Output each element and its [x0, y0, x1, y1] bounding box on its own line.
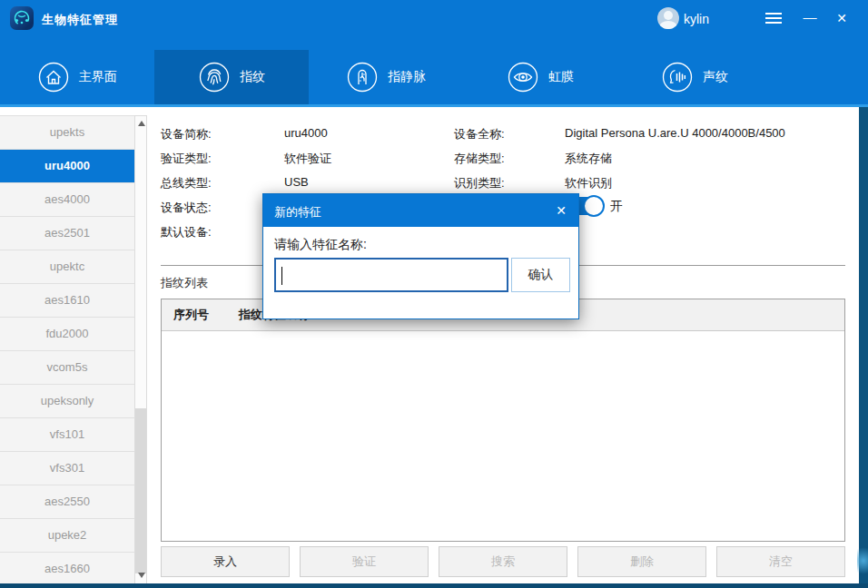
toggle-on-label: 开	[610, 199, 623, 215]
device-item-uru4000[interactable]: uru4000	[0, 150, 134, 183]
device-item-upeksonly[interactable]: upeksonly	[0, 385, 134, 418]
device-item-upektc[interactable]: upektc	[0, 250, 134, 284]
sidebar-scrollbar[interactable]	[134, 115, 147, 588]
device-item-upeke2[interactable]: upeke2	[0, 519, 134, 553]
device-item-upekts[interactable]: upekts	[0, 116, 134, 150]
device-item-aes4000[interactable]: aes4000	[0, 183, 134, 217]
tab-label: 指静脉	[388, 69, 426, 85]
device-status-label: 设备状态:	[161, 200, 212, 216]
device-item-aes1660[interactable]: aes1660	[0, 553, 134, 586]
device-item-aes2501[interactable]: aes2501	[0, 217, 134, 250]
username-label: kylin	[684, 12, 709, 26]
device-item-vfs301[interactable]: vfs301	[0, 452, 134, 485]
user-avatar[interactable]	[657, 7, 679, 29]
tab-fingerprint[interactable]: 指纹	[154, 50, 309, 104]
finger-vein-icon	[346, 61, 379, 93]
app-window: 生物特征管理 kylin — ✕ 主界面	[0, 0, 868, 588]
window-bottom-edge	[0, 583, 868, 588]
device-full-name-label: 设备全称:	[454, 126, 505, 142]
action-bar: 录入 验证 搜索 删除 清空	[161, 546, 845, 577]
device-item-aes1610[interactable]: aes1610	[0, 284, 134, 318]
minimize-button[interactable]: —	[801, 9, 819, 27]
app-title: 生物特征管理	[42, 12, 118, 28]
device-list: upekts uru4000 aes4000 aes2501 upektc ae…	[0, 115, 134, 586]
scroll-up-icon[interactable]	[135, 119, 146, 128]
verify-button[interactable]: 验证	[300, 546, 429, 577]
info-row-3: 总线类型: USB 识别类型: 软件识别	[161, 175, 860, 193]
dialog-close-icon[interactable]: ✕	[553, 202, 569, 219]
column-serial: 序列号	[162, 307, 239, 323]
app-logo-icon	[10, 6, 34, 30]
storage-type-label: 存储类型:	[454, 151, 505, 167]
tab-iris[interactable]: 虹膜	[463, 50, 617, 104]
device-item-vfs101[interactable]: vfs101	[0, 418, 134, 452]
tab-label: 虹膜	[548, 69, 574, 85]
feature-name-prompt: 请输入特征名称:	[274, 237, 367, 253]
storage-type-value: 系统存储	[565, 151, 612, 167]
voiceprint-icon	[661, 61, 694, 93]
info-row-2: 验证类型: 软件验证 存储类型: 系统存储	[161, 151, 860, 169]
device-item-aes2550[interactable]: aes2550	[0, 485, 134, 519]
nav-tabbar: 主界面 指纹	[0, 50, 868, 107]
tab-label: 主界面	[79, 69, 117, 85]
bus-type-label: 总线类型:	[161, 175, 212, 191]
window-close-button[interactable]: ✕	[833, 9, 851, 27]
verify-type-value: 软件验证	[284, 151, 331, 167]
tab-voiceprint[interactable]: 声纹	[617, 50, 772, 104]
default-device-label: 默认设备:	[161, 224, 212, 240]
dialog-titlebar: 新的特征 ✕	[263, 194, 578, 227]
iris-icon	[507, 61, 539, 93]
bus-type-value: USB	[284, 175, 309, 189]
delete-button[interactable]: 删除	[577, 546, 706, 577]
hamburger-menu-icon[interactable]	[764, 10, 784, 26]
identify-type-label: 识别类型:	[454, 175, 505, 191]
tab-label: 指纹	[240, 69, 265, 85]
device-full-name-value: Digital Persona U.are.U 4000/4000B/4500	[565, 126, 785, 140]
confirm-button[interactable]: 确认	[511, 258, 570, 292]
enroll-button[interactable]: 录入	[161, 546, 290, 577]
window-right-edge	[859, 107, 868, 588]
device-item-vcom5s[interactable]: vcom5s	[0, 351, 134, 385]
device-short-name-label: 设备简称:	[161, 126, 212, 142]
dialog-title: 新的特征	[274, 204, 321, 220]
device-item-fdu2000[interactable]: fdu2000	[0, 318, 134, 351]
titlebar: 生物特征管理 kylin — ✕	[0, 0, 868, 50]
verify-type-label: 验证类型:	[161, 151, 212, 167]
tab-main[interactable]: 主界面	[0, 50, 154, 104]
identify-type-value: 软件识别	[565, 175, 612, 191]
info-row-1: 设备简称: uru4000 设备全称: Digital Persona U.ar…	[161, 126, 860, 144]
fingerprint-icon	[198, 61, 231, 93]
feature-name-input[interactable]	[274, 258, 508, 292]
fingerprint-list-title: 指纹列表	[161, 275, 208, 291]
home-icon	[37, 61, 70, 93]
search-button[interactable]: 搜索	[439, 546, 567, 577]
toggle-knob	[583, 195, 605, 217]
device-short-name-value: uru4000	[284, 126, 328, 140]
new-feature-dialog: 新的特征 ✕ 请输入特征名称: 确认	[262, 193, 579, 319]
text-caret	[281, 267, 282, 285]
tab-label: 声纹	[703, 69, 728, 85]
tab-finger-vein[interactable]: 指静脉	[309, 50, 463, 104]
fingerprint-table: 序列号 指纹特征名称	[161, 299, 845, 542]
scrollbar-thumb[interactable]	[135, 408, 146, 573]
scroll-down-icon[interactable]	[135, 571, 146, 580]
clear-button[interactable]: 清空	[716, 546, 845, 577]
